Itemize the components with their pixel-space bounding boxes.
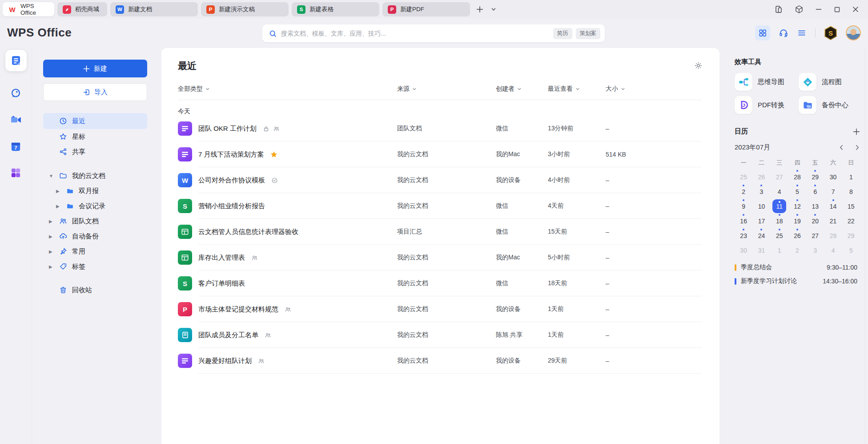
- calendar-day[interactable]: 21: [824, 214, 842, 228]
- calendar-day[interactable]: 30: [824, 170, 842, 184]
- calendar-day[interactable]: 3: [806, 243, 824, 258]
- sidebar-item-shared[interactable]: 共享: [43, 144, 147, 159]
- import-button[interactable]: 导入: [43, 83, 147, 101]
- calendar-day[interactable]: 13: [806, 199, 824, 214]
- rail-chat-button[interactable]: [10, 87, 22, 99]
- expander-right-icon[interactable]: ▶: [49, 219, 52, 224]
- calendar-day[interactable]: 6: [806, 184, 824, 199]
- calendar-day[interactable]: 3: [752, 184, 770, 199]
- main-menu-hamburger-button[interactable]: [797, 28, 807, 38]
- search-suggestion-chip[interactable]: 策划案: [576, 28, 601, 39]
- calendar-day[interactable]: 8: [842, 184, 860, 199]
- tool-mind-map[interactable]: 思维导图: [735, 73, 796, 91]
- calendar-day[interactable]: 5: [788, 184, 806, 199]
- rail-documents-active[interactable]: [5, 50, 27, 71]
- close-button[interactable]: [852, 6, 859, 13]
- calendar-day[interactable]: 9: [735, 199, 752, 214]
- sidebar-item-team-docs[interactable]: ▶ 团队文档: [43, 214, 147, 229]
- sidebar-item-recent[interactable]: 最近: [43, 113, 147, 129]
- search-input[interactable]: [281, 30, 550, 37]
- calendar-day[interactable]: 1: [842, 170, 860, 184]
- tab-new-pdf[interactable]: P 新建PDF: [382, 2, 470, 16]
- sidebar-item-tags[interactable]: ▶ 标签: [43, 259, 147, 274]
- calendar-day[interactable]: 27: [771, 170, 788, 184]
- rail-apps-button[interactable]: [10, 167, 22, 179]
- expander-right-icon[interactable]: ▶: [56, 204, 60, 209]
- calendar-next-button[interactable]: [854, 145, 860, 150]
- new-document-button[interactable]: 新建: [43, 60, 147, 77]
- calendar-day[interactable]: 1: [771, 243, 788, 258]
- sidebar-item-my-cloud-docs[interactable]: ▼ 我的云文档: [43, 168, 147, 183]
- calendar-day[interactable]: 23: [735, 228, 752, 243]
- calendar-day[interactable]: 29: [806, 170, 824, 184]
- calendar-day[interactable]: 24: [752, 228, 770, 243]
- file-row[interactable]: S 营销小组业绩分析报告 我的云文档 微信 4天前 –: [178, 193, 702, 219]
- add-event-button[interactable]: [853, 128, 860, 135]
- rail-calendar-button[interactable]: 7: [10, 141, 22, 153]
- calendar-day[interactable]: 29: [842, 228, 860, 243]
- calendar-event[interactable]: 季度总结会 9:30–11:00: [735, 263, 860, 271]
- expander-right-icon[interactable]: ▶: [56, 189, 60, 194]
- calendar-day[interactable]: 15: [842, 199, 860, 214]
- calendar-day[interactable]: 17: [752, 214, 770, 228]
- tab-new-document[interactable]: W 新建文档: [110, 2, 198, 16]
- calendar-day[interactable]: 22: [842, 214, 860, 228]
- sidebar-item-trash[interactable]: 回收站: [43, 283, 147, 298]
- new-tab-button[interactable]: [476, 5, 484, 13]
- tab-list-chevron-button[interactable]: [491, 7, 496, 12]
- calendar-day[interactable]: 28: [824, 228, 842, 243]
- vip-member-badge-icon[interactable]: S: [824, 26, 837, 40]
- calendar-day[interactable]: 27: [806, 228, 824, 243]
- workspace-cube-icon[interactable]: [795, 5, 804, 14]
- calendar-prev-button[interactable]: [839, 145, 844, 150]
- calendar-day[interactable]: 20: [806, 214, 824, 228]
- calendar-day[interactable]: 25: [771, 228, 788, 243]
- filter-size[interactable]: 大小: [606, 85, 702, 93]
- file-row[interactable]: 兴趣爱好组队计划 我的云文档 我的设备 29天前 –: [178, 348, 702, 374]
- calendar-day[interactable]: 4: [771, 184, 788, 199]
- calendar-day[interactable]: 2: [788, 243, 806, 258]
- support-headset-button[interactable]: [779, 28, 788, 38]
- calendar-day[interactable]: 2: [735, 184, 752, 199]
- avatar[interactable]: [846, 25, 861, 40]
- calendar-event[interactable]: 新季度学习计划讨论 14:30–16:00: [735, 277, 860, 285]
- tool-backup-center[interactable]: 备份中心: [799, 96, 860, 114]
- calendar-day[interactable]: 4: [824, 243, 842, 258]
- calendar-day[interactable]: 26: [752, 170, 770, 184]
- sidebar-item-starred[interactable]: 星标: [43, 129, 147, 144]
- file-row[interactable]: 团队成员及分工名单 我的云文档 陈旭 共享 1天前 –: [178, 322, 702, 348]
- file-row[interactable]: 库存出入管理表 我的云文档 我的Mac 5小时前 –: [178, 245, 702, 270]
- file-row[interactable]: 团队 OKR 工作计划 团队文档 微信 13分钟前 –: [178, 116, 702, 141]
- file-row[interactable]: W 公司对外合作协议模板 我的云文档 我的设备 4小时前 –: [178, 167, 702, 193]
- file-row[interactable]: 7 月线下活动策划方案 我的云文档 我的Mac 3小时前 514 KB: [178, 141, 702, 167]
- calendar-day[interactable]: 5: [842, 243, 860, 258]
- expander-right-icon[interactable]: ▶: [49, 234, 52, 239]
- sidebar-item-bimonthly-report[interactable]: ▶ 双月报: [43, 183, 147, 198]
- calendar-day[interactable]: 11: [771, 199, 788, 214]
- filter-last-viewed[interactable]: 最近查看: [548, 85, 606, 93]
- sidebar-item-auto-backup[interactable]: ▶ 自动备份: [43, 229, 147, 244]
- list-settings-button[interactable]: [694, 61, 703, 70]
- calendar-day[interactable]: 31: [752, 243, 770, 258]
- home-grid-button[interactable]: [755, 25, 770, 40]
- tab-wps-office[interactable]: W WPS Office: [3, 2, 54, 16]
- calendar-day[interactable]: 18: [771, 214, 788, 228]
- calendar-day[interactable]: 28: [788, 170, 806, 184]
- global-search-bar[interactable]: 简历 策划案: [262, 24, 605, 42]
- sidebar-item-frequently-used[interactable]: ▶ 常用: [43, 244, 147, 259]
- tool-pdf-convert[interactable]: PDF转换: [735, 96, 796, 114]
- tool-flowchart[interactable]: 流程图: [799, 73, 860, 91]
- file-row[interactable]: S 客户订单明细表 我的云文档 微信 18天前 –: [178, 270, 702, 296]
- calendar-day[interactable]: 19: [788, 214, 806, 228]
- rail-meeting-button[interactable]: [9, 113, 22, 126]
- filter-creator[interactable]: 创建者: [496, 85, 548, 93]
- tab-docer-store[interactable]: 稻壳商城: [57, 2, 107, 16]
- tab-new-presentation[interactable]: P 新建演示文稿: [201, 2, 289, 16]
- calendar-day[interactable]: 14: [824, 199, 842, 214]
- maximize-button[interactable]: [834, 6, 840, 13]
- filter-source[interactable]: 来源: [397, 85, 496, 93]
- split-screen-icon[interactable]: [774, 5, 783, 14]
- expander-down-icon[interactable]: ▼: [49, 174, 53, 178]
- calendar-day[interactable]: 7: [824, 184, 842, 199]
- minimize-button[interactable]: [815, 6, 822, 13]
